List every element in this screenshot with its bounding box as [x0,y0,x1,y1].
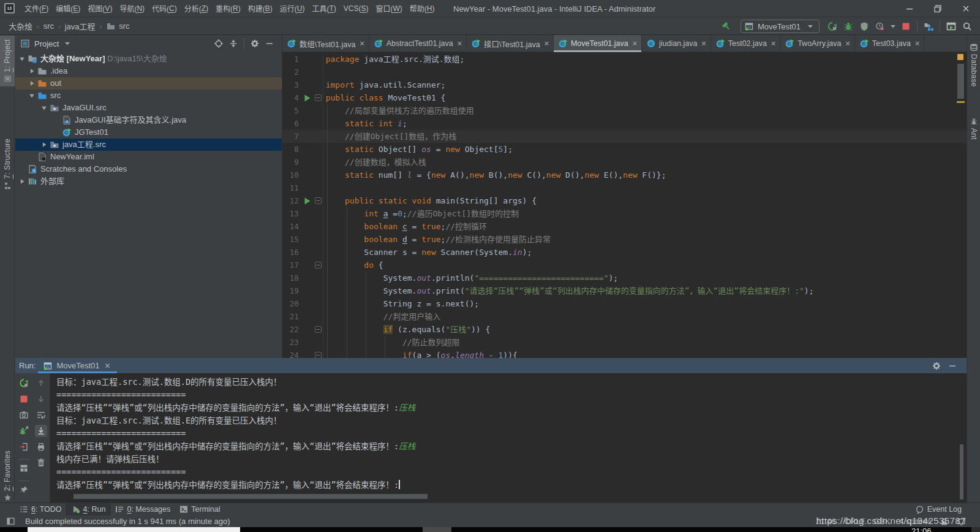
inspection-indicator[interactable] [957,54,963,60]
run-config-combo[interactable]: MoveTest01 [741,20,820,33]
arrow-up-button[interactable] [36,378,46,388]
restore-button[interactable] [924,0,952,17]
line-number[interactable]: 3 [282,78,299,91]
collapse-all-button[interactable] [226,36,241,51]
stripe-button-ant[interactable]: Ant [967,113,980,143]
stop-console-button[interactable] [19,394,29,404]
close-icon[interactable]: ✕ [359,40,364,48]
editor-tab-数组-Test01.java[interactable]: C数组\Test01.java✕ [282,35,369,52]
line-number[interactable]: 13 [282,207,299,220]
tree-item-.idea[interactable]: .idea [15,65,282,77]
gear-button[interactable] [247,36,262,51]
chevron-collapsed-icon[interactable] [28,67,36,75]
run-gutter-icon[interactable] [303,197,311,205]
code-line-12[interactable]: 12– public static void main(String[] arg… [282,194,967,207]
code-line-11[interactable]: 11 [282,181,967,194]
breadcrumb-item[interactable]: src [106,21,129,31]
editor-tab-TwoArry.java[interactable]: CTwoArry.java✕ [780,35,855,52]
menu-运行U[interactable]: 运行(U) [276,0,309,17]
fold-icon[interactable]: – [315,197,322,204]
line-number[interactable]: 6 [282,117,299,130]
editor-tab-jiudian.java[interactable]: Cjiudian.java✕ [642,35,711,52]
line-number[interactable]: 12 [282,194,299,207]
run-tab[interactable]: MoveTest01 ✕ [38,358,116,373]
menu-导航N[interactable]: 导航(N) [116,0,148,17]
build-button[interactable] [718,19,734,34]
close-icon[interactable]: ✕ [701,40,706,48]
editor-scrollbar[interactable] [957,64,964,99]
code-line-4[interactable]: 4–public class MoveTest01 { [282,91,967,104]
run-gutter-icon[interactable] [303,94,311,102]
chevron-expanded-icon[interactable] [40,104,48,112]
search-everywhere-button[interactable] [959,19,975,34]
tree-item-out[interactable]: out [15,77,282,89]
line-number[interactable]: 23 [282,336,299,349]
fold-icon[interactable]: – [315,352,322,358]
tree-item-NewYear.iml[interactable]: NewYear.iml [15,151,282,163]
close-icon[interactable]: ✕ [544,40,549,48]
editor-tab-Test02.java[interactable]: CTest02.java✕ [711,35,780,52]
soft-wrap-button[interactable] [36,410,46,420]
menu-VCSS[interactable]: VCS(S) [340,0,372,17]
menu-视图V[interactable]: 视图(V) [84,0,116,17]
code-line-21[interactable]: 21 //判定用户输入 [282,310,967,323]
code-line-19[interactable]: 19 System.out.print("请选择“压栈”“弹栈”或“列出栈内存中… [282,284,967,297]
code-line-7[interactable]: 7 //创建Object[]数组，作为栈 [282,130,967,143]
editor[interactable]: 1package java工程.src.测试.数组;23import java.… [282,53,967,358]
close-icon[interactable]: ✕ [457,40,462,48]
scroll-end-button[interactable] [35,425,47,437]
code-line-2[interactable]: 2 [282,66,967,78]
print-button[interactable] [36,442,46,452]
editor-tab-AbstractTest01.java[interactable]: CAbstractTest01.java✕ [369,35,467,52]
run-anything-button[interactable] [943,19,959,34]
close-icon[interactable]: ✕ [771,40,776,48]
profiler-dropdown-icon[interactable] [888,21,898,31]
toolwindow-button-todo[interactable]: 6: TODO [15,503,66,515]
toolwindow-button-messages[interactable]: 0: Messages [110,503,175,515]
breadcrumb-item[interactable]: java工程 [65,20,96,32]
fold-icon[interactable]: – [315,262,322,268]
code-line-9[interactable]: 9 //创建数组，模拟入栈 [282,156,967,169]
breadcrumb-item[interactable]: 大杂烩 [9,20,32,32]
code-line-5[interactable]: 5 //局部变量供栈方法的遍历数组使用 [282,104,967,117]
menu-代码C[interactable]: 代码(C) [148,0,181,17]
code-line-17[interactable]: 17– do { [282,259,967,272]
minimize-button[interactable] [895,0,924,17]
code-line-10[interactable]: 10 static num[] l = {new A(),new B(),new… [282,169,967,181]
line-number[interactable]: 4 [282,91,299,104]
code-line-1[interactable]: 1package java工程.src.测试.数组; [282,53,967,66]
fold-icon[interactable]: – [315,326,322,333]
tree-item-外部库[interactable]: 外部库 [15,175,282,188]
chevron-collapsed-icon[interactable] [28,80,36,87]
line-number[interactable]: 7 [282,130,299,143]
camera-button[interactable] [19,410,29,420]
line-number[interactable]: 17 [282,259,299,272]
gear-button[interactable] [929,359,944,373]
chevron-down-icon[interactable] [62,39,72,48]
menu-编辑E[interactable]: 编辑(E) [52,0,84,17]
line-number[interactable]: 24 [282,349,299,358]
restore-layout-button[interactable] [19,463,29,473]
tree-item-大杂烩-NewYear-[interactable]: 大杂烩 [NewYear] D:\java15\大杂烩 [15,53,282,65]
stripe-button-favorites[interactable]: 2: Favorites [0,447,15,505]
close-icon[interactable]: ✕ [914,40,920,48]
line-number[interactable]: 2 [282,66,299,78]
tree-item-JavaGUI基础字符及其含义.java[interactable]: JJavaGUI基础字符及其含义.java [15,114,282,126]
line-number[interactable]: 9 [282,156,299,169]
code-line-22[interactable]: 22– if (z.equals("压栈")) { [282,323,967,336]
code-line-13[interactable]: 13 int a =0;//遍历Object[]数组时的控制 [282,207,967,220]
warning-stripe-mark[interactable] [957,101,965,103]
tool-window-switcher-icon[interactable] [6,517,15,526]
project-structure-button[interactable] [921,19,937,34]
tree-item-Scratches-and-Consoles[interactable]: Scratches and Consoles [15,163,282,175]
code-line-14[interactable]: 14 boolean c = true;//控制循环 [282,220,967,233]
minimize-button[interactable] [262,36,277,51]
chevron-expanded-icon[interactable] [28,92,36,99]
editor-tab-Test03.java[interactable]: CTest03.java✕ [855,35,924,52]
console-hscrollbar[interactable] [74,494,428,499]
close-button[interactable] [952,0,980,17]
line-number[interactable]: 8 [282,143,299,156]
line-number[interactable]: 20 [282,297,299,310]
code-line-18[interactable]: 18 System.out.println("=================… [282,272,967,284]
trash-button[interactable] [36,458,46,468]
